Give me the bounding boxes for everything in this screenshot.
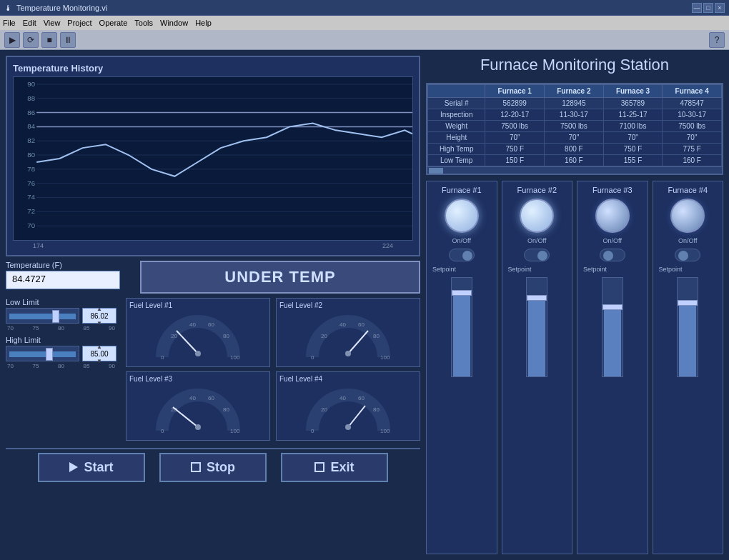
svg-text:20: 20 [171, 333, 177, 339]
furnace-1-setpoint-thumb[interactable] [452, 290, 472, 296]
run-continuously-button[interactable]: ⟳ [23, 32, 39, 48]
svg-point-32 [195, 351, 201, 356]
furnace-2-toggle[interactable] [524, 249, 550, 261]
furnace-3-onoff-label: On/Off [603, 237, 622, 244]
cell-f4-height: 70" [663, 132, 722, 144]
row-label-height: Height [428, 132, 485, 144]
start-button[interactable]: Start [38, 453, 145, 482]
furnace-3-title: Furnace #3 [592, 186, 633, 194]
svg-text:40: 40 [339, 321, 346, 328]
window-title: Temperature Monitoring.vi [16, 4, 692, 12]
cell-f3-hightemp: 750 F [603, 144, 663, 155]
right-panel: Furnace Monitoring Station Furnace 1 Fur… [426, 56, 723, 554]
table-row: Serial # 562899 128945 365789 478547 [428, 98, 722, 109]
table-header-furnace4: Furnace 4 [663, 85, 722, 98]
furnace-3-toggle[interactable] [600, 249, 625, 261]
minimize-button[interactable]: — [692, 3, 702, 13]
title-bar: 🌡 Temperature Monitoring.vi — □ × [0, 0, 729, 16]
svg-text:100: 100 [380, 428, 390, 434]
start-icon [69, 462, 78, 472]
furnace-1-setpoint-label: Setpoint [430, 266, 456, 273]
menu-view[interactable]: View [44, 19, 61, 27]
svg-text:40: 40 [339, 395, 346, 401]
menu-tools[interactable]: Tools [134, 19, 153, 27]
table-scrollbar[interactable] [427, 166, 722, 174]
furnace-1-toggle-knob [462, 251, 472, 261]
furnace-3-indicator [595, 199, 630, 233]
cell-f2-serial: 128945 [545, 98, 604, 109]
cell-f3-lowtemp: 155 F [603, 155, 663, 166]
furnace-4-toggle-knob [678, 251, 688, 261]
cell-f2-weight: 7500 lbs [545, 121, 604, 132]
limits-panel: Low Limit ▲ 86.02 ▼ [6, 298, 120, 441]
exit-icon [314, 462, 324, 472]
furnace-1-indicator [445, 199, 479, 233]
menu-window[interactable]: Window [160, 19, 188, 27]
furnace-3-setpoint-slider[interactable] [602, 277, 623, 377]
chart-x-end: 224 [382, 242, 393, 249]
low-limit-input[interactable]: ▲ 86.02 ▼ [82, 308, 116, 324]
svg-text:76: 76 [27, 180, 35, 187]
table-row: Height 70" 70" 70" 70" [428, 132, 722, 144]
furnace-1-onoff-label: On/Off [452, 237, 471, 244]
menu-operate[interactable]: Operate [99, 19, 128, 27]
menu-help[interactable]: Help [195, 19, 212, 27]
table-scrollbar-thumb[interactable] [429, 168, 443, 174]
furnace-4-setpoint-thumb[interactable] [678, 300, 698, 306]
fuel-label-4: Fuel Level #4 [279, 375, 417, 383]
high-limit-slider[interactable] [6, 346, 79, 361]
furnace-3-toggle-knob [603, 251, 613, 261]
start-label: Start [84, 460, 113, 475]
svg-text:72: 72 [27, 209, 35, 216]
svg-text:74: 74 [27, 194, 35, 201]
furnace-1-toggle[interactable] [449, 249, 475, 261]
furnace-4-onoff-label: On/Off [678, 237, 697, 244]
furnace-2-setpoint-thumb[interactable] [527, 295, 547, 301]
bottom-action-bar: Start Stop Exit [6, 448, 420, 485]
stop-button[interactable]: ■ [41, 32, 57, 48]
run-button[interactable]: ▶ [4, 32, 20, 48]
low-limit-scale: 7075808590 [6, 325, 116, 331]
cell-f1-lowtemp: 150 F [485, 155, 545, 166]
fuel-gauge-2: Fuel Level #2 0 20 40 60 80 100 [276, 298, 420, 367]
svg-text:60: 60 [208, 321, 214, 328]
furnace-col-4: Furnace #4 On/Off Setpoint 100806040200 [653, 181, 724, 554]
table-header-furnace1: Furnace 1 [485, 85, 545, 98]
table-header-furnace3: Furnace 3 [603, 85, 663, 98]
stop-label: Stop [207, 460, 235, 475]
chart-x-start: 174 [33, 242, 44, 249]
cell-f3-inspection: 11-25-17 [603, 109, 663, 121]
maximize-button[interactable]: □ [703, 3, 713, 13]
stop-button[interactable]: Stop [159, 453, 267, 482]
svg-text:0: 0 [161, 354, 164, 361]
menu-file[interactable]: File [3, 19, 16, 27]
cell-f1-inspection: 12-20-17 [485, 109, 545, 121]
pause-button[interactable]: ⏸ [60, 32, 76, 48]
row-label-lowtemp: Low Temp [428, 155, 485, 166]
cell-f2-hightemp: 800 F [545, 144, 604, 155]
furnace-1-setpoint-slider[interactable] [451, 277, 472, 377]
cell-f3-height: 70" [603, 132, 663, 144]
fuel-row-top: Fuel Level #1 0 20 [126, 298, 420, 367]
furnace-2-setpoint-slider[interactable] [526, 277, 547, 377]
furnace-3-setpoint-thumb[interactable] [602, 304, 623, 310]
furnace-4-toggle[interactable] [675, 249, 700, 261]
furnace-4-setpoint-slider[interactable] [677, 277, 698, 377]
temperature-value: 84.4727 [6, 271, 120, 289]
close-button[interactable]: × [715, 3, 725, 13]
low-limit-slider[interactable] [6, 308, 79, 324]
row-label-inspection: Inspection [428, 109, 485, 121]
context-help-button[interactable]: ? [709, 32, 725, 48]
menu-edit[interactable]: Edit [23, 19, 36, 27]
menu-project[interactable]: Project [67, 19, 91, 27]
cell-f2-lowtemp: 160 F [545, 155, 604, 166]
exit-button[interactable]: Exit [281, 453, 388, 482]
fuel-label-2: Fuel Level #2 [279, 301, 417, 309]
cell-f4-inspection: 10-30-17 [663, 109, 722, 121]
furnace-col-2: Furnace #2 On/Off Setpoint 100806040200 [502, 181, 573, 554]
table-row: Low Temp 150 F 160 F 155 F 160 F [428, 155, 722, 166]
svg-text:60: 60 [358, 321, 364, 328]
high-limit-input[interactable]: ▲ 85.00 ▼ [82, 346, 116, 361]
limits-fuel-row: Low Limit ▲ 86.02 ▼ [6, 298, 420, 441]
svg-text:82: 82 [27, 138, 35, 145]
